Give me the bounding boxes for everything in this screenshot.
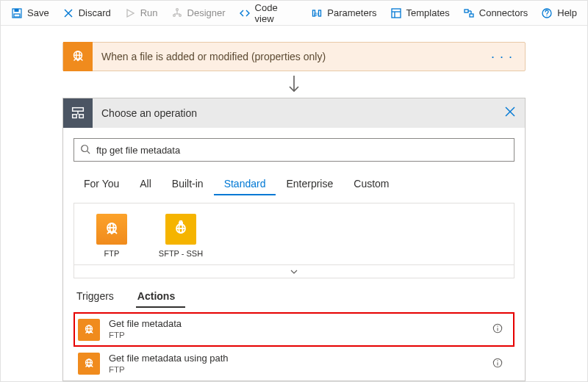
codeview-label: Code view: [255, 2, 298, 24]
help-label: Help: [557, 7, 577, 18]
svg-marker-5: [127, 10, 134, 17]
save-button[interactable]: Save: [5, 4, 55, 22]
parameters-label: Parameters: [327, 7, 376, 18]
help-icon: [541, 7, 553, 19]
expand-toggle[interactable]: [74, 265, 514, 278]
svg-rect-1: [15, 9, 19, 12]
svg-text:@: @: [314, 12, 318, 16]
run-label: Run: [140, 7, 158, 18]
action-title: Get file metadata: [109, 318, 484, 330]
connectors-button[interactable]: Connectors: [457, 4, 534, 22]
run-icon: [124, 7, 136, 19]
svg-rect-28: [73, 108, 84, 112]
parameters-icon: @: [311, 7, 323, 19]
tab-for-you[interactable]: For You: [74, 173, 129, 195]
svg-rect-19: [470, 14, 473, 17]
search-icon: [80, 144, 90, 156]
svg-point-34: [82, 145, 88, 151]
designer-button[interactable]: Designer: [165, 4, 232, 22]
svg-rect-15: [392, 9, 401, 18]
action-get-file-metadata[interactable]: Get file metadataFTP: [74, 312, 514, 347]
trigger-card[interactable]: When a file is added or modified (proper…: [62, 42, 526, 71]
svg-rect-31: [79, 115, 84, 118]
svg-rect-2: [14, 14, 20, 17]
connectors-label: Connectors: [479, 7, 528, 18]
svg-point-11: [179, 14, 181, 16]
svg-point-49: [497, 325, 498, 326]
discard-button[interactable]: Discard: [57, 4, 117, 22]
action-list: Get file metadataFTPGet file metadata us…: [74, 312, 514, 381]
info-icon[interactable]: [492, 323, 509, 336]
save-icon: [11, 7, 23, 19]
svg-line-35: [87, 151, 90, 154]
templates-icon: [390, 7, 402, 19]
tab-all[interactable]: All: [129, 173, 162, 195]
code-icon: [239, 7, 251, 19]
svg-point-10: [173, 14, 175, 16]
designer-icon: [171, 7, 183, 19]
choose-operation-panel: Choose an operation For YouAllBuilt-inSt…: [62, 98, 526, 381]
connector-sftp[interactable]: SFTP - SSH: [155, 214, 207, 259]
connector-gallery: FTPSFTP - SSH: [74, 203, 514, 265]
svg-point-55: [497, 360, 498, 361]
parameters-button[interactable]: @ Parameters: [305, 4, 382, 22]
svg-rect-18: [465, 10, 468, 12]
svg-point-6: [176, 8, 178, 10]
search-input[interactable]: [96, 145, 508, 156]
panel-title: Choose an operation: [93, 107, 495, 119]
type-tabs: TriggersActions: [74, 286, 514, 308]
save-label: Save: [27, 7, 49, 18]
tab-standard[interactable]: Standard: [214, 173, 276, 195]
action-subtitle: FTP: [109, 330, 484, 340]
action-get-file-metadata-using-path[interactable]: Get file metadata using pathFTP: [74, 347, 514, 381]
tab-actions[interactable]: Actions: [136, 286, 185, 308]
svg-rect-13: [319, 10, 321, 16]
designer-canvas: When a file is added or modified (proper…: [1, 26, 587, 381]
connector-label: SFTP - SSH: [155, 249, 207, 259]
svg-rect-30: [73, 115, 77, 118]
ftp-icon: [63, 42, 93, 71]
help-button[interactable]: Help: [535, 4, 583, 22]
tab-custom[interactable]: Custom: [343, 173, 399, 195]
action-title: Get file metadata using path: [109, 353, 484, 364]
svg-point-23: [547, 15, 548, 16]
tab-built-in[interactable]: Built-in: [162, 173, 214, 195]
operation-icon: [63, 98, 93, 128]
search-box[interactable]: [74, 138, 514, 162]
ftp-icon: [78, 319, 100, 341]
info-icon[interactable]: [492, 358, 509, 370]
action-subtitle: FTP: [109, 364, 484, 375]
flow-arrow: [1, 71, 587, 98]
ftp-icon: [96, 214, 127, 245]
category-tabs: For YouAllBuilt-inStandardEnterpriseCust…: [74, 173, 514, 195]
tab-enterprise[interactable]: Enterprise: [276, 173, 343, 195]
panel-header: Choose an operation: [63, 98, 525, 128]
sftp-icon: [165, 214, 196, 245]
discard-icon: [62, 7, 74, 19]
connector-label: FTP: [86, 249, 137, 259]
templates-button[interactable]: Templates: [384, 4, 456, 22]
codeview-button[interactable]: Code view: [233, 0, 304, 27]
ftp-icon: [78, 353, 100, 375]
run-button[interactable]: Run: [118, 4, 164, 22]
trigger-menu-button[interactable]: · · ·: [479, 49, 525, 65]
close-button[interactable]: [495, 107, 525, 120]
toolbar: Save Discard Run Designer Code view @ Pa…: [1, 1, 587, 26]
trigger-title: When a file is added or modified (proper…: [93, 51, 479, 62]
tab-triggers[interactable]: Triggers: [75, 286, 124, 308]
designer-label: Designer: [187, 7, 226, 18]
connector-ftp[interactable]: FTP: [86, 214, 137, 259]
templates-label: Templates: [406, 7, 450, 18]
connectors-icon: [463, 7, 475, 19]
discard-label: Discard: [79, 7, 111, 18]
